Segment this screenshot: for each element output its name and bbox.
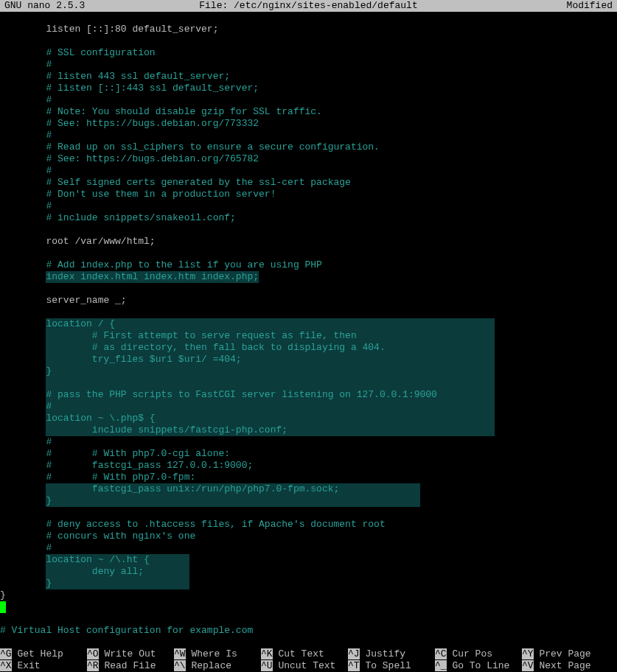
editor-line[interactable]: # — [0, 200, 617, 212]
editor-line[interactable]: fastcgi_pass unix:/run/php/php7.0-fpm.so… — [0, 483, 617, 495]
editor-area[interactable]: listen [::]:80 default_server; # SSL con… — [0, 12, 617, 637]
text-segment: # — [46, 165, 52, 177]
shortcut-item[interactable]: ^C Cur Pos — [435, 648, 522, 660]
shortcut-item[interactable]: ^J Justify — [348, 648, 435, 660]
editor-line[interactable]: try_files $uri $uri/ =404; — [0, 354, 617, 365]
shortcut-item[interactable]: ^X Exit — [0, 660, 87, 672]
editor-line[interactable]: # Note: You should disable gzip for SSL … — [0, 106, 617, 118]
editor-line[interactable]: # Add index.php to the list if you are u… — [0, 259, 617, 271]
editor-line[interactable]: # pass the PHP scripts to FastCGI server… — [0, 389, 617, 401]
editor-line[interactable]: index index.html index.htm index.php; — [0, 271, 617, 283]
editor-line[interactable]: # # With php7.0-fpm: — [0, 472, 617, 483]
shortcut-label: Cur Pos — [447, 648, 492, 659]
editor-line[interactable] — [0, 377, 617, 389]
text-segment: root /var/www/html; — [46, 236, 155, 248]
editor-line[interactable] — [0, 307, 617, 318]
editor-line[interactable] — [0, 601, 617, 613]
text-segment — [0, 436, 46, 448]
editor-line[interactable]: # — [0, 542, 617, 554]
editor-line[interactable]: # See: https://bugs.debian.org/765782 — [0, 153, 617, 165]
text-segment — [0, 47, 46, 59]
editor-line[interactable]: # — [0, 165, 617, 177]
text-segment — [46, 377, 495, 389]
editor-line[interactable]: location ~ /\.ht { — [0, 554, 617, 566]
text-segment — [0, 472, 46, 483]
editor-line[interactable]: # listen 443 ssl default_server; — [0, 71, 617, 83]
text-segment — [0, 259, 46, 271]
text-segment: # — [46, 59, 52, 71]
text-segment — [0, 401, 46, 413]
editor-line[interactable]: # Virtual Host configuration for example… — [0, 625, 617, 637]
editor-line[interactable] — [0, 507, 617, 519]
shortcut-item[interactable]: ^\ Replace — [174, 660, 261, 672]
text-segment — [0, 212, 46, 224]
editor-line[interactable]: include snippets/fastcgi-php.conf; — [0, 424, 617, 436]
text-segment: # # With php7.0-fpm: — [46, 472, 195, 483]
editor-line[interactable] — [0, 35, 617, 47]
editor-line[interactable]: # as directory, then fall back to displa… — [0, 342, 617, 354]
editor-line[interactable]: } — [0, 578, 617, 589]
editor-line[interactable] — [0, 12, 617, 24]
text-segment — [0, 483, 46, 495]
shortcut-item[interactable]: ^K Cut Text — [261, 648, 348, 660]
shortcut-item[interactable]: ^_ Go To Line — [435, 660, 522, 672]
editor-line[interactable]: # First attempt to serve request as file… — [0, 330, 617, 342]
editor-line[interactable] — [0, 613, 617, 625]
shortcut-label: Go To Line — [447, 660, 510, 671]
text-segment: # — [46, 94, 52, 106]
shortcut-item[interactable]: ^T To Spell — [348, 660, 435, 672]
text-segment: # Self signed certs generated by the ssl… — [46, 177, 350, 189]
editor-line[interactable]: location ~ \.php$ { — [0, 413, 617, 424]
text-segment — [0, 542, 46, 554]
shortcut-label: To Spell — [360, 660, 411, 671]
editor-line[interactable]: # — [0, 436, 617, 448]
editor-line[interactable] — [0, 224, 617, 236]
editor-line[interactable]: location / { — [0, 318, 617, 330]
editor-line[interactable]: } — [0, 365, 617, 377]
text-segment — [0, 354, 46, 365]
text-segment: # — [46, 130, 52, 141]
shortcut-key: ^T — [348, 660, 360, 671]
editor-line[interactable]: # Self signed certs generated by the ssl… — [0, 177, 617, 189]
shortcut-item[interactable]: ^Y Prev Page — [522, 648, 609, 660]
editor-line[interactable]: # SSL configuration — [0, 47, 617, 59]
shortcut-item[interactable]: ^U Uncut Text — [261, 660, 348, 672]
editor-line[interactable]: } — [0, 589, 617, 601]
editor-line[interactable]: # See: https://bugs.debian.org/773332 — [0, 118, 617, 130]
editor-line[interactable]: deny all; — [0, 566, 617, 578]
editor-line[interactable]: # — [0, 94, 617, 106]
editor-line[interactable]: # listen [::]:443 ssl default_server; — [0, 83, 617, 94]
shortcut-item[interactable]: ^O Write Out — [87, 648, 174, 660]
text-segment: } — [0, 589, 6, 601]
shortcut-key: ^V — [522, 660, 534, 671]
text-segment: # pass the PHP scripts to FastCGI server… — [46, 389, 495, 401]
editor-line[interactable]: # Don't use them in a production server! — [0, 189, 617, 200]
shortcut-item[interactable]: ^V Next Page — [522, 660, 609, 672]
editor-line[interactable] — [0, 283, 617, 295]
editor-line[interactable]: # include snippets/snakeoil.conf; — [0, 212, 617, 224]
text-segment: server_name _; — [46, 295, 126, 307]
shortcut-item[interactable]: ^G Get Help — [0, 648, 87, 660]
editor-line[interactable]: # — [0, 401, 617, 413]
editor-line[interactable]: # Read up on ssl_ciphers to ensure a sec… — [0, 141, 617, 153]
shortcut-key: ^C — [435, 648, 447, 659]
editor-line[interactable]: # fastcgi_pass 127.0.0.1:9000; — [0, 460, 617, 472]
editor-line[interactable]: # # With php7.0-cgi alone: — [0, 448, 617, 460]
shortcut-key: ^X — [0, 660, 12, 671]
shortcut-item[interactable]: ^W Where Is — [174, 648, 261, 660]
shortcut-label: Write Out — [99, 648, 156, 659]
editor-line[interactable]: listen [::]:80 default_server; — [0, 24, 617, 35]
shortcut-item[interactable]: ^R Read File — [87, 660, 174, 672]
text-segment — [0, 130, 46, 141]
editor-line[interactable]: root /var/www/html; — [0, 236, 617, 248]
text-segment: # First attempt to serve request as file… — [46, 330, 495, 342]
editor-line[interactable]: # — [0, 130, 617, 141]
editor-line[interactable] — [0, 248, 617, 259]
editor-line[interactable]: # concurs with nginx's one — [0, 531, 617, 542]
editor-line[interactable]: # deny access to .htaccess files, if Apa… — [0, 519, 617, 531]
editor-line[interactable]: } — [0, 495, 617, 507]
editor-line[interactable]: # — [0, 59, 617, 71]
text-segment — [0, 141, 46, 153]
editor-line[interactable]: server_name _; — [0, 295, 617, 307]
text-segment: # listen [::]:443 ssl default_server; — [46, 83, 259, 94]
